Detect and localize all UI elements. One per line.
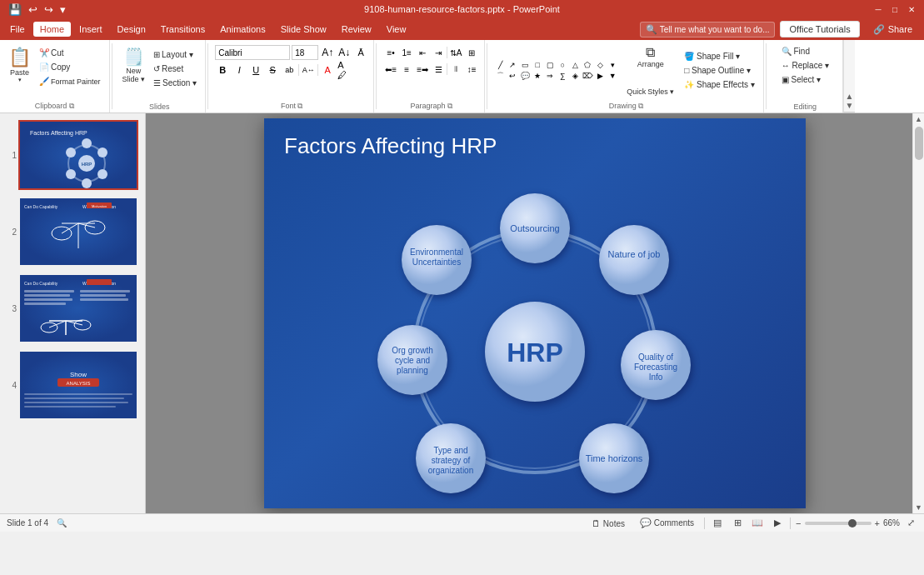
font-color-button[interactable]: A [320,62,335,78]
shadow-button[interactable]: ab [282,62,297,78]
find-button[interactable]: 🔍 Find [778,45,832,58]
tell-me-input[interactable]: 🔍 Tell me what you want to do... [640,22,776,38]
undo-button[interactable]: ↩ [27,2,39,17]
shape-more[interactable]: ▾ [607,60,618,70]
slide-thumb-3[interactable]: Can Do Capability Will Do Motivation [18,273,138,343]
bullets-button[interactable]: ≡• [383,45,398,60]
numbering-button[interactable]: 1≡ [399,45,414,60]
slide-sorter-button[interactable]: ⊞ [730,517,745,530]
font-size-input[interactable] [292,45,318,60]
customize-button[interactable]: ▾ [58,2,67,17]
select-button[interactable]: ▣ Select ▾ [778,73,832,86]
cut-button[interactable]: ✂️ Cut [36,47,104,59]
comments-button[interactable]: 💬 Comments [635,517,699,529]
font-increase-button[interactable]: A↑ [320,45,335,60]
menu-design[interactable]: Design [111,22,152,37]
align-center-button[interactable]: ≡ [399,62,414,77]
ribbon-scroll-up[interactable]: ▲ [845,92,853,101]
text-highlight-button[interactable]: A🖊 [337,62,352,78]
shape-curve[interactable]: ⌒ [494,71,506,81]
justify-button[interactable]: ☰ [431,62,446,77]
slide-thumb-4[interactable]: Show ANALYSIS [18,350,138,420]
shape-flowchart[interactable]: ◈ [569,71,581,81]
shape-block-arrow[interactable]: ⇒ [544,71,556,81]
columns-button[interactable]: ⫴ [448,62,463,77]
menu-slideshow[interactable]: Slide Show [274,22,333,37]
scroll-thumb[interactable] [915,127,923,160]
zoom-in-button[interactable]: + [875,518,880,528]
strikethrough-button[interactable]: S [265,62,280,78]
align-right-button[interactable]: ≡➡ [415,62,430,77]
shape-equation[interactable]: ∑ [557,71,568,81]
redo-button[interactable]: ↪ [42,2,55,17]
shape-callout[interactable]: 💬 [519,71,531,81]
notes-button[interactable]: 🗒 Notes [587,518,630,529]
fit-slide-button[interactable]: ⤢ [905,517,917,529]
menu-animations[interactable]: Animations [213,22,272,37]
zoom-slider[interactable] [805,522,872,525]
underline-button[interactable]: U [248,62,263,78]
shape-effects-button[interactable]: ✨ Shape Effects ▾ [681,78,758,91]
save-button[interactable]: 💾 [7,2,23,17]
font-decrease-button[interactable]: A↓ [337,45,352,60]
close-button[interactable]: ✕ [906,3,917,15]
new-slide-button[interactable]: 🗒️ New Slide ▾ [119,45,149,85]
zoom-thumb[interactable] [848,519,857,528]
copy-button[interactable]: 📄 Copy [36,61,104,73]
shape-triangle[interactable]: △ [569,60,581,70]
office-tutorials-button[interactable]: Office Tutorials [780,21,859,38]
maximize-button[interactable]: □ [889,3,901,15]
italic-button[interactable]: I [232,62,247,78]
menu-view[interactable]: View [380,22,413,37]
slide-thumb-2[interactable]: Can Do Capability Will Do Motivation Mot… [18,197,138,267]
shape-banner[interactable]: ⌦ [582,71,593,81]
line-spacing-button[interactable]: ↕≡ [464,62,479,77]
menu-home[interactable]: Home [33,22,71,37]
shape-drop[interactable]: ▼ [607,71,618,81]
text-direction-button[interactable]: ⇅A [448,45,463,60]
shape-line[interactable]: ╱ [494,60,506,70]
layout-button[interactable]: ⊞ Layout ▾ [150,48,200,61]
slide-thumb-1[interactable]: Factors Affecting HRP HRP [18,120,138,190]
menu-insert[interactable]: Insert [72,22,109,37]
share-button[interactable]: 🔗 Share [865,22,921,38]
clear-format-button[interactable]: Ā [353,45,368,60]
slideshow-button[interactable]: ▶ [770,517,785,530]
shape-diamond[interactable]: ◇ [594,60,606,70]
menu-transitions[interactable]: Transitions [154,22,212,37]
main-slide[interactable]: Factors Affecting HRP HRP Outso [264,118,806,508]
scroll-up-button[interactable]: ▲ [913,113,924,125]
shape-arrow[interactable]: ↗ [507,60,518,70]
shape-oval[interactable]: ○ [557,60,568,70]
increase-indent-button[interactable]: ⇥ [431,45,446,60]
char-spacing-button[interactable]: A↔ [301,62,316,78]
shape-rect[interactable]: ▭ [519,60,531,70]
align-left-button[interactable]: ⬅≡ [383,62,398,77]
shape-round-rect[interactable]: ▢ [544,60,556,70]
accessibility-check-icon[interactable]: 🔍 [57,518,67,528]
shape-star[interactable]: ★ [532,71,543,81]
reset-button[interactable]: ↺ Reset [150,62,200,75]
menu-file[interactable]: File [3,22,32,37]
minimize-button[interactable]: ─ [872,3,884,15]
replace-button[interactable]: ↔ Replace ▾ [778,59,832,72]
decrease-indent-button[interactable]: ⇤ [415,45,430,60]
shape-pentagon[interactable]: ⬠ [582,60,593,70]
bold-button[interactable]: B [215,62,230,78]
convert-to-smartart-button[interactable]: ⊞ [464,45,479,60]
shape-rect2[interactable]: □ [532,60,543,70]
section-button[interactable]: ☰ Section ▾ [150,77,200,89]
arrange-button[interactable]: ⧉ Arrange [623,43,677,85]
shape-connector[interactable]: ↩ [507,71,518,81]
format-painter-button[interactable]: 🖌️ Format Painter [36,75,104,88]
quick-styles-button[interactable]: QuickStyles ▾ [623,86,677,98]
reading-view-button[interactable]: 📖 [750,517,765,530]
shape-fill-button[interactable]: 🪣 Shape Fill ▾ [681,50,758,62]
ribbon-scroll-down[interactable]: ▼ [845,101,853,110]
scroll-down-button[interactable]: ▼ [913,502,924,513]
zoom-out-button[interactable]: − [796,518,801,528]
menu-review[interactable]: Review [335,22,378,37]
font-name-input[interactable] [215,45,290,60]
shape-action[interactable]: ▶ [594,71,606,81]
normal-view-button[interactable]: ▤ [710,517,725,530]
